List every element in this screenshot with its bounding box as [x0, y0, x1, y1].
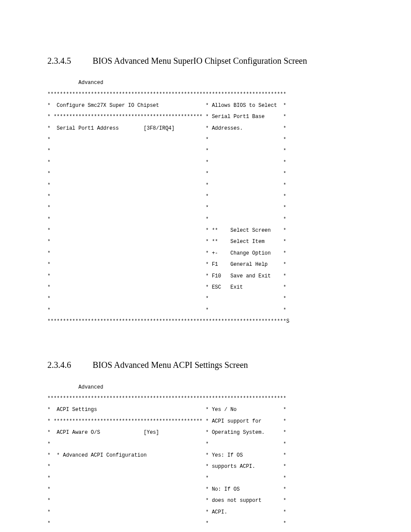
- blank-line: * * *: [47, 183, 364, 188]
- blank-line: * * *: [47, 194, 364, 199]
- divider-line-1: * **************************************…: [47, 114, 364, 120]
- bios-line: * * *: [47, 521, 364, 526]
- nav-line: * * F1 General Help *: [47, 262, 364, 268]
- bios-screen-2: Advanced *******************************…: [47, 379, 364, 532]
- blank-line: * * *: [47, 160, 364, 165]
- section-heading-1: 2.3.4.5 BIOS Advanced Menu SuperIO Chips…: [47, 56, 364, 66]
- nav-line: * * ESC Exit *: [47, 285, 364, 290]
- blank-line: * * *: [47, 308, 364, 313]
- bios-line: * * *: [47, 442, 364, 447]
- section-heading-2: 2.3.4.6 BIOS Advanced Menu ACPI Settings…: [47, 360, 364, 370]
- blank-line: * * *: [47, 148, 364, 154]
- bios-line: * ACPI Settings * Yes / No *: [47, 407, 364, 413]
- nav-line: * * ** Select Item *: [47, 239, 364, 245]
- header-line-1: * Configure Smc27X Super IO Chipset * Al…: [47, 103, 364, 109]
- bios-line: * * Advanced ACPI Configuration * Yes: I…: [47, 453, 364, 458]
- border-top-1: ****************************************…: [47, 92, 364, 97]
- bios-line: * ACPI Aware O/S [Yes] * Operating Syste…: [47, 430, 364, 436]
- bios-line: * * does not support *: [47, 498, 364, 504]
- border-top-2: ****************************************…: [47, 396, 364, 401]
- blank-line: * * *: [47, 171, 364, 177]
- border-bottom-1: ****************************************…: [47, 319, 364, 324]
- section-number-2: 2.3.4.6: [47, 360, 90, 370]
- nav-line: * * ** Select Screen *: [47, 228, 364, 233]
- bios-line: * * ACPI. *: [47, 510, 364, 515]
- nav-line: * * +- Change Option *: [47, 251, 364, 256]
- bios-line: * * *: [47, 476, 364, 481]
- blank-line: * * *: [47, 296, 364, 302]
- bios-screen-1: Advanced *******************************…: [47, 75, 364, 330]
- tab-label-2: Advanced: [47, 385, 364, 390]
- section-title-1: BIOS Advanced Menu SuperIO Chipset Confi…: [93, 56, 307, 65]
- blank-line: * * *: [47, 217, 364, 222]
- section-number-1: 2.3.4.5: [47, 56, 90, 66]
- bios-line: * * supports ACPI. *: [47, 464, 364, 470]
- bios-line: * **************************************…: [47, 419, 364, 424]
- blank-line: * * *: [47, 205, 364, 211]
- option-line-1: * Serial Port1 Address [3F8/IRQ4] * Addr…: [47, 126, 364, 131]
- blank-line: * * *: [47, 137, 364, 143]
- nav-line: * * F10 Save and Exit *: [47, 274, 364, 279]
- tab-label-1: Advanced: [47, 80, 364, 86]
- bios-line: * * No: If OS *: [47, 487, 364, 492]
- section-title-2: BIOS Advanced Menu ACPI Settings Screen: [93, 360, 248, 370]
